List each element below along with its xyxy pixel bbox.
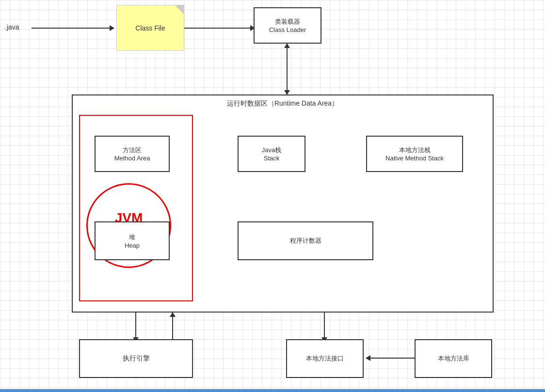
native-stack-en: Native Method Stack <box>385 155 444 162</box>
exec-engine-box: 执行引擎 <box>79 339 193 378</box>
native-stack-box: 本地方法栈 Native Method Stack <box>366 136 463 172</box>
java-stack-box: Java栈 Stack <box>238 136 305 172</box>
heap-en: Heap <box>125 242 140 249</box>
java-stack-en: Stack <box>264 155 280 162</box>
arrow-classloader-to-runtime <box>287 44 288 94</box>
runtime-area-label: 运行时数据区（Runtime Data Area） <box>72 99 494 108</box>
diagram-container: .java Class File 类装载器 Class Loader 运行时数据… <box>0 0 545 392</box>
method-area-en: Method Area <box>114 155 150 162</box>
class-file-box: Class File <box>116 5 184 51</box>
native-interface-label: 本地方法接口 <box>306 354 344 363</box>
arrow-runtime-to-nativeinterface <box>324 313 325 342</box>
method-area-cn: 方法区 <box>123 146 142 155</box>
class-loader-en: Class Loader <box>269 26 306 33</box>
class-file-label: Class File <box>135 24 165 32</box>
arrow-runtime-to-execengine <box>135 313 136 342</box>
arrow-nativelib-to-nativeinterface <box>366 358 415 359</box>
class-loader-cn: 类装载器 <box>275 17 300 26</box>
native-stack-cn: 本地方法栈 <box>399 146 431 155</box>
heap-box: 堆 Heap <box>95 221 170 260</box>
pc-label: 程序计数器 <box>290 236 321 245</box>
arrow-execengine-to-runtime <box>172 313 173 342</box>
java-stack-cn: Java栈 <box>262 146 281 155</box>
exec-engine-label: 执行引擎 <box>123 354 150 363</box>
native-interface-box: 本地方法接口 <box>286 339 364 378</box>
heap-cn: 堆 <box>129 233 135 242</box>
program-counter-box: 程序计数器 <box>238 221 373 260</box>
java-label: .java <box>5 23 19 31</box>
native-lib-box: 本地方法库 <box>415 339 492 378</box>
arrow-java-to-classfile <box>32 28 114 29</box>
arrow-classfile-to-classloader <box>184 28 255 29</box>
class-loader-box: 类装载器 Class Loader <box>254 7 321 44</box>
bottom-bar <box>0 389 545 392</box>
native-lib-label: 本地方法库 <box>438 354 469 363</box>
method-area-box: 方法区 Method Area <box>95 136 170 172</box>
